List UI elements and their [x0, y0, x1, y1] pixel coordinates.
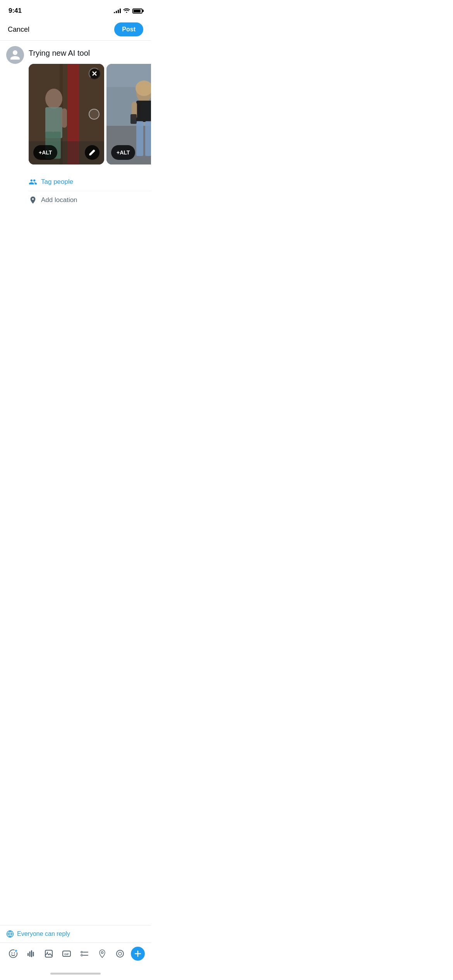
image-1: +ALT — [29, 64, 104, 164]
image-1-select-circle — [89, 109, 100, 120]
compose-content: Trying new AI tool — [29, 46, 151, 209]
wifi-icon — [123, 7, 130, 14]
add-location-label: Add location — [41, 196, 77, 204]
image-2: +ALT — [106, 64, 151, 164]
pencil-icon — [89, 149, 96, 156]
status-time: 9:41 — [9, 7, 22, 15]
svg-rect-8 — [62, 108, 67, 128]
tag-people-icon — [29, 178, 37, 186]
close-image-1-button[interactable] — [89, 68, 100, 79]
alt-text-2-button[interactable]: +ALT — [111, 145, 135, 160]
location-icon — [29, 196, 37, 204]
image-1-actions: +ALT — [29, 145, 104, 160]
compose-text[interactable]: Trying new AI tool — [29, 48, 151, 58]
tag-people-row[interactable]: Tag people — [29, 173, 151, 191]
tag-people-label: Tag people — [41, 178, 73, 186]
close-icon — [92, 71, 97, 76]
image-2-actions: +ALT — [106, 145, 151, 160]
header: Cancel Post — [0, 19, 151, 41]
compose-area: Trying new AI tool — [0, 41, 151, 209]
signal-icon — [114, 9, 121, 13]
svg-rect-17 — [136, 101, 151, 122]
edit-image-1-button[interactable] — [85, 145, 100, 160]
status-bar: 9:41 — [0, 0, 151, 19]
cancel-button[interactable]: Cancel — [8, 24, 29, 35]
add-location-row[interactable]: Add location — [29, 191, 151, 209]
status-icons — [114, 7, 142, 14]
battery-icon — [132, 9, 142, 14]
avatar-icon — [9, 49, 21, 61]
svg-rect-22 — [130, 114, 137, 124]
svg-point-4 — [45, 89, 62, 109]
content-spacer — [0, 209, 151, 372]
post-button[interactable]: Post — [114, 22, 143, 36]
avatar — [6, 46, 24, 64]
alt-text-1-button[interactable]: +ALT — [33, 145, 57, 160]
images-container: +ALT — [29, 64, 151, 167]
